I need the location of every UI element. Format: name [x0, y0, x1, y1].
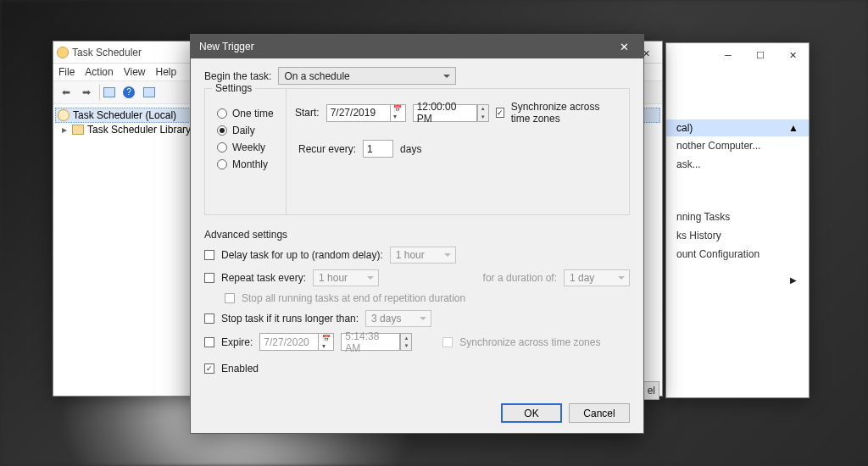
- begin-task-label: Begin the task:: [204, 70, 271, 82]
- tree-expand-icon[interactable]: ▸: [60, 124, 69, 136]
- settings-title: Settings: [212, 82, 255, 94]
- dialog-title: New Trigger: [199, 41, 254, 53]
- toolbar-button[interactable]: [140, 84, 159, 101]
- stoplong-checkbox[interactable]: [204, 313, 214, 324]
- expire-date-input: 7/27/2020 📅▾: [259, 333, 334, 351]
- spin-icon[interactable]: ▲▼: [477, 104, 489, 122]
- ok-button[interactable]: OK: [501, 403, 562, 423]
- recur-input[interactable]: 1: [363, 140, 393, 158]
- menu-view[interactable]: View: [124, 66, 146, 78]
- action-item[interactable]: ount Configuration: [666, 245, 809, 264]
- action-item[interactable]: ask...: [666, 155, 809, 174]
- enabled-label: Enabled: [221, 363, 259, 374]
- radio-weekly[interactable]: Weekly: [217, 141, 281, 153]
- back-button[interactable]: ⬅: [57, 84, 75, 101]
- menu-action[interactable]: Action: [85, 66, 113, 78]
- duration-select: 1 day: [564, 269, 630, 286]
- start-time-input[interactable]: 12:00:00 PM ▲▼: [413, 104, 489, 122]
- window-title: Task Scheduler: [72, 47, 142, 58]
- stopall-checkbox: [225, 293, 235, 303]
- action-item[interactable]: ks History: [666, 226, 809, 245]
- help-button[interactable]: ?: [120, 84, 138, 101]
- advanced-settings-title: Advanced settings: [204, 229, 630, 241]
- new-trigger-dialog: New Trigger ✕ Begin the task: On a sched…: [190, 34, 644, 434]
- repeat-checkbox[interactable]: [204, 273, 214, 283]
- start-label: Start:: [295, 107, 320, 119]
- spin-icon: ▲▼: [400, 333, 412, 351]
- close-button[interactable]: ✕: [608, 36, 640, 58]
- radio-daily[interactable]: Daily: [217, 125, 281, 136]
- expire-checkbox[interactable]: [204, 337, 214, 347]
- sync-label: Synchronize across time zones: [511, 101, 620, 125]
- delay-checkbox[interactable]: [204, 250, 214, 260]
- maximize-button[interactable]: ☐: [744, 43, 776, 67]
- menu-file[interactable]: File: [58, 66, 75, 78]
- recur-unit: days: [400, 143, 421, 155]
- action-item[interactable]: nother Computer...: [666, 136, 809, 155]
- delay-select[interactable]: 1 hour: [390, 247, 456, 264]
- expire-sync-label: Synchronize across time zones: [459, 336, 600, 348]
- library-icon: [72, 125, 84, 135]
- expand-arrow-icon[interactable]: ▶: [666, 272, 809, 288]
- expire-time-input: 5:14:38 AM ▲▼: [341, 333, 412, 351]
- expire-label: Expire:: [221, 336, 253, 348]
- delay-label: Delay task for up to (random delay):: [221, 249, 383, 261]
- action-item[interactable]: nning Tasks: [666, 208, 809, 226]
- clock-icon: [58, 109, 70, 121]
- settings-group: Settings One time Daily Weekly Monthly S…: [204, 88, 630, 215]
- task-scheduler-icon: [57, 47, 69, 58]
- radio-one-time[interactable]: One time: [217, 108, 281, 119]
- stoplong-label: Stop task if it runs longer than:: [221, 313, 359, 325]
- menu-help[interactable]: Help: [156, 66, 177, 78]
- stopall-label: Stop all running tasks at end of repetit…: [242, 292, 465, 304]
- duration-label: for a duration of:: [483, 272, 557, 284]
- cancel-button[interactable]: Cancel: [569, 403, 630, 423]
- enabled-checkbox[interactable]: [204, 363, 214, 374]
- tree-root-label: Task Scheduler (Local): [73, 109, 176, 121]
- start-date-input[interactable]: 7/27/2019 📅▾: [326, 104, 406, 122]
- begin-task-select[interactable]: On a schedule: [278, 67, 456, 85]
- stoplong-select[interactable]: 3 days: [365, 310, 431, 327]
- actions-pane-header: cal)▲: [666, 119, 809, 136]
- toolbar-button[interactable]: [99, 84, 118, 101]
- forward-button[interactable]: ➡: [77, 84, 96, 101]
- minimize-button[interactable]: ─: [712, 43, 744, 67]
- background-window: ─ ☐ ✕ cal)▲ nother Computer... ask... nn…: [665, 42, 810, 398]
- sync-checkbox[interactable]: [496, 108, 504, 118]
- recur-label: Recur every:: [298, 143, 356, 155]
- repeat-label: Repeat task every:: [221, 272, 306, 284]
- dialog-title-bar: New Trigger ✕: [191, 35, 643, 58]
- close-button[interactable]: ✕: [776, 43, 809, 67]
- radio-monthly[interactable]: Monthly: [217, 158, 281, 170]
- repeat-select[interactable]: 1 hour: [313, 269, 379, 286]
- expire-sync-checkbox: [442, 337, 453, 347]
- tree-child-label: Task Scheduler Library: [87, 124, 191, 136]
